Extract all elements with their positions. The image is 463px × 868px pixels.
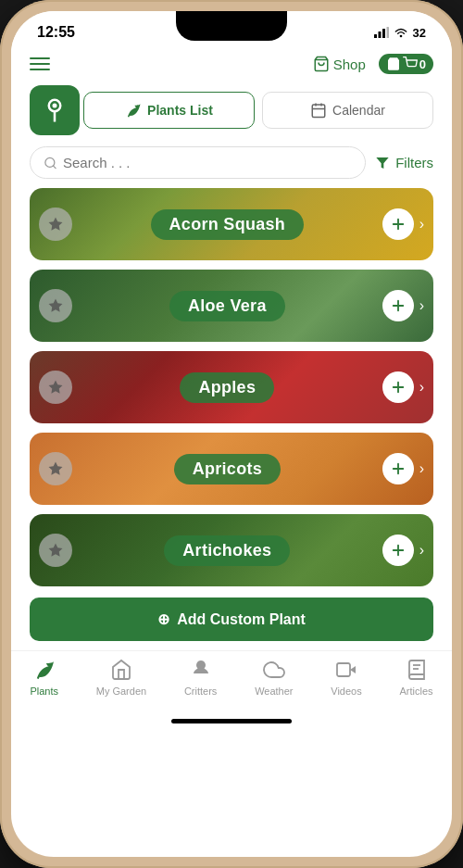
favorite-button[interactable] xyxy=(39,208,72,241)
card-right-actions: › xyxy=(382,371,424,403)
my-garden-nav-icon xyxy=(108,657,134,683)
plus-icon xyxy=(390,460,407,477)
plant-card[interactable]: Acorn Squash› xyxy=(30,188,433,260)
nav-label-critters: Critters xyxy=(184,686,217,697)
svg-point-8 xyxy=(53,104,57,108)
search-input[interactable] xyxy=(63,155,352,170)
plant-name-badge: Apples xyxy=(180,372,274,403)
nav-label-weather: Weather xyxy=(255,686,293,697)
favorite-button[interactable] xyxy=(39,371,72,404)
shop-link[interactable]: Shop xyxy=(313,56,366,72)
add-to-garden-button[interactable] xyxy=(382,453,414,484)
svg-rect-10 xyxy=(312,105,325,118)
tabs-container: Plants List Calendar xyxy=(11,80,452,141)
plants-app-icon xyxy=(30,85,80,135)
hamburger-icon[interactable] xyxy=(30,57,50,70)
search-container: Filters xyxy=(11,141,452,184)
card-right-actions: › xyxy=(382,290,424,321)
chevron-right-icon: › xyxy=(419,460,424,477)
plant-name-badge: Apricots xyxy=(174,454,281,484)
plants-list: Acorn Squash›Aloe Vera›Apples›Apricots›A… xyxy=(11,184,452,596)
calendar-tab[interactable]: Calendar xyxy=(262,92,433,129)
search-input-wrap[interactable] xyxy=(30,146,366,179)
nav-item-weather[interactable]: Weather xyxy=(255,657,293,697)
card-right-actions: › xyxy=(382,208,424,240)
nav-item-videos[interactable]: Videos xyxy=(331,657,361,697)
svg-point-4 xyxy=(399,35,402,38)
plant-name-badge: Aloe Vera xyxy=(169,291,285,321)
nav-item-my-garden[interactable]: My Garden xyxy=(96,657,146,697)
svg-marker-16 xyxy=(49,218,63,231)
svg-rect-1 xyxy=(378,31,381,38)
svg-rect-31 xyxy=(337,663,350,676)
plant-card[interactable]: Artichokes› xyxy=(30,514,433,586)
star-icon xyxy=(47,216,64,233)
favorite-button[interactable] xyxy=(39,289,72,322)
shop-label: Shop xyxy=(333,57,366,72)
star-icon xyxy=(47,297,64,314)
battery-level: 32 xyxy=(413,26,426,40)
plant-overlay: Apricots› xyxy=(30,433,433,505)
wifi-icon xyxy=(394,27,408,38)
seedling-icon xyxy=(41,96,69,124)
add-to-garden-button[interactable] xyxy=(382,290,414,321)
calendar-label: Calendar xyxy=(332,103,385,118)
add-custom-label: Add Custom Plant xyxy=(177,611,306,628)
card-right-actions: › xyxy=(382,535,424,566)
header-right: Shop 0 xyxy=(313,54,433,74)
filter-icon xyxy=(375,156,390,170)
plant-overlay: Aloe Vera› xyxy=(30,270,433,342)
svg-marker-19 xyxy=(49,299,63,312)
nav-label-videos: Videos xyxy=(331,686,361,697)
plants-list-label: Plants List xyxy=(147,103,213,118)
nav-label-my-garden: My Garden xyxy=(96,686,146,697)
plant-card[interactable]: Apples› xyxy=(30,351,433,423)
plants-list-tab[interactable]: Plants List xyxy=(83,92,255,129)
plant-card[interactable]: Apricots› xyxy=(30,433,433,505)
phone-inner: 12:55 32 xyxy=(11,11,452,857)
basket-icon xyxy=(313,56,330,72)
plus-icon xyxy=(390,216,407,233)
leaf-tab-icon xyxy=(125,102,142,119)
plant-card[interactable]: Aloe Vera› xyxy=(30,270,433,342)
plant-overlay: Apples› xyxy=(30,351,433,423)
add-to-garden-button[interactable] xyxy=(382,208,414,240)
plant-name-badge: Artichokes xyxy=(164,535,290,566)
add-to-garden-button[interactable] xyxy=(382,535,414,566)
svg-rect-3 xyxy=(386,27,389,38)
filters-button[interactable]: Filters xyxy=(375,155,433,170)
chevron-right-icon: › xyxy=(419,216,424,233)
chevron-right-icon: › xyxy=(419,379,424,396)
cart-badge[interactable]: 0 xyxy=(379,54,433,74)
cart-icon2 xyxy=(403,57,418,71)
nav-item-critters[interactable]: Critters xyxy=(184,657,217,697)
notch xyxy=(176,11,287,41)
status-icons: 32 xyxy=(374,26,426,40)
nav-label-plants: Plants xyxy=(30,686,58,697)
bottom-nav: PlantsMy GardenCrittersWeatherVideosArti… xyxy=(11,650,452,715)
chevron-right-icon: › xyxy=(419,297,424,314)
add-to-garden-button[interactable] xyxy=(382,371,414,403)
nav-item-plants[interactable]: Plants xyxy=(30,657,58,697)
status-time: 12:55 xyxy=(37,24,75,41)
calendar-icon xyxy=(310,102,327,119)
svg-rect-0 xyxy=(374,34,377,38)
plant-overlay: Acorn Squash› xyxy=(30,188,433,260)
svg-rect-2 xyxy=(382,29,385,38)
videos-nav-icon xyxy=(333,657,359,683)
plus-icon xyxy=(390,297,407,314)
star-icon xyxy=(47,542,64,559)
plus-icon xyxy=(390,542,407,559)
nav-item-articles[interactable]: Articles xyxy=(399,657,432,697)
cart-icon xyxy=(386,57,401,71)
add-custom-plant-button[interactable]: ⊕ Add Custom Plant xyxy=(30,598,433,641)
nav-label-articles: Articles xyxy=(399,686,432,697)
favorite-button[interactable] xyxy=(39,534,72,567)
plants-nav-icon xyxy=(31,657,57,683)
svg-marker-28 xyxy=(49,544,63,557)
search-icon xyxy=(44,156,57,170)
favorite-button[interactable] xyxy=(39,452,72,485)
svg-marker-25 xyxy=(49,462,63,475)
signal-icon xyxy=(374,27,389,38)
header: Shop 0 xyxy=(11,46,452,80)
